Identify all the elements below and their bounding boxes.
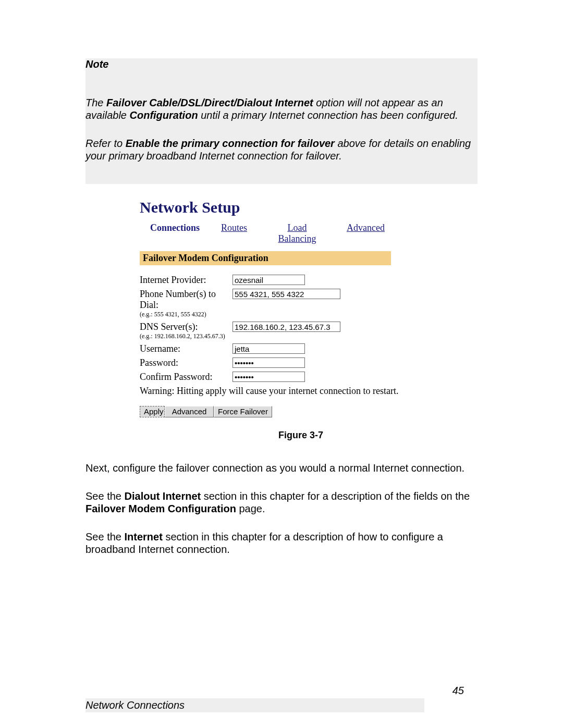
bold-text: Internet bbox=[125, 531, 163, 542]
note-label: Note bbox=[85, 58, 478, 96]
dns-server-input[interactable] bbox=[232, 322, 340, 332]
tab-bar: Connections Routes Load Balancing Advanc… bbox=[140, 221, 478, 245]
figure-caption: Figure 3-7 bbox=[124, 430, 478, 441]
text: Refer to bbox=[85, 138, 126, 149]
text: See the bbox=[85, 531, 125, 542]
body-paragraph-3: See the Internet section in this chapter… bbox=[85, 530, 478, 556]
internet-provider-input[interactable] bbox=[232, 275, 305, 285]
section-header: Failover Modem Configuration bbox=[140, 251, 391, 265]
text: See the bbox=[85, 490, 125, 502]
tab-routes[interactable]: Routes bbox=[210, 221, 258, 245]
tab-load-balancing[interactable]: Load Balancing bbox=[258, 221, 336, 245]
note-box: Note The Failover Cable/DSL/Direct/Dialo… bbox=[85, 58, 478, 184]
figure-network-setup: Network Setup Connections Routes Load Ba… bbox=[140, 199, 478, 441]
warning-text: Warning: Hitting apply will cause your i… bbox=[140, 386, 478, 397]
text: The bbox=[85, 97, 106, 108]
phone-number-label: Phone Number(s) to Dial: (e.g.: 555 4321… bbox=[140, 289, 232, 318]
figure-title: Network Setup bbox=[140, 199, 478, 216]
tab-connections[interactable]: Connections bbox=[140, 221, 210, 245]
note-paragraph-2: Refer to Enable the primary connection f… bbox=[85, 137, 478, 178]
phone-number-input[interactable] bbox=[232, 289, 340, 299]
body-paragraph-1: Next, configure the failover connection … bbox=[85, 462, 478, 474]
username-input[interactable] bbox=[232, 343, 305, 354]
confirm-password-label: Confirm Password: bbox=[140, 372, 232, 382]
text: DNS Server(s): bbox=[140, 322, 198, 332]
password-label: Password: bbox=[140, 357, 232, 368]
text: section in this chapter for a descriptio… bbox=[201, 490, 470, 502]
bold-text: Failover Modem Configuration bbox=[85, 503, 236, 514]
username-label: Username: bbox=[140, 343, 232, 354]
bold-text: Enable the primary connection for failov… bbox=[126, 138, 335, 149]
phone-hint: (e.g.: 555 4321, 555 4322) bbox=[140, 311, 232, 318]
apply-button[interactable]: Apply bbox=[140, 406, 165, 417]
force-failover-button[interactable]: Force Failover bbox=[214, 406, 272, 417]
advanced-button[interactable]: Advanced bbox=[165, 406, 214, 417]
button-row: Apply Advanced Force Failover bbox=[140, 406, 478, 417]
tab-advanced[interactable]: Advanced bbox=[336, 221, 390, 245]
dns-hint: (e.g.: 192.168.160.2, 123.45.67.3) bbox=[140, 332, 232, 340]
bold-text: Configuration bbox=[130, 109, 198, 121]
body-paragraph-2: See the Dialout Internet section in this… bbox=[85, 490, 478, 515]
text: until a primary Internet connection has … bbox=[198, 109, 458, 121]
footer-title: Network Connections bbox=[85, 698, 424, 712]
page-number: 45 bbox=[452, 685, 464, 697]
text: page. bbox=[236, 503, 265, 514]
internet-provider-label: Internet Provider: bbox=[140, 275, 232, 286]
note-paragraph-1: The Failover Cable/DSL/Direct/Dialout In… bbox=[85, 96, 478, 137]
bold-text: Dialout Internet bbox=[125, 490, 201, 502]
confirm-password-input[interactable] bbox=[232, 372, 305, 382]
text: Phone Number(s) to Dial: bbox=[140, 289, 216, 310]
bold-text: Failover Cable/DSL/Direct/Dialout Intern… bbox=[106, 97, 313, 108]
dns-server-label: DNS Server(s): (e.g.: 192.168.160.2, 123… bbox=[140, 322, 232, 340]
password-input[interactable] bbox=[232, 357, 305, 368]
